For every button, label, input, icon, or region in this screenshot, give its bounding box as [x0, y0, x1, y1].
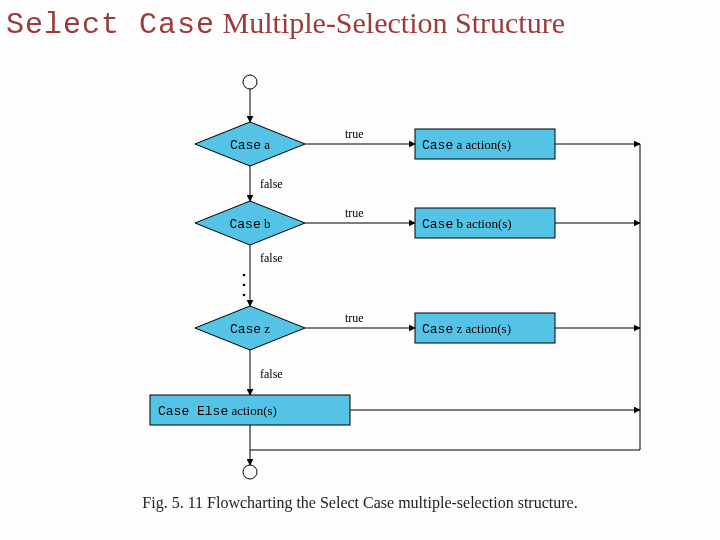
- label-z-false: false: [260, 367, 283, 381]
- ellipsis-dot: [243, 294, 246, 297]
- action-box-z-label: Case z action(s): [422, 321, 511, 337]
- figure-caption: Fig. 5. 11 Flowcharting the Select Case …: [0, 494, 720, 512]
- slide: Select Case Multiple-Selection Structure…: [0, 0, 720, 540]
- diamond-case-z-label: Case z: [230, 321, 270, 337]
- action-box-a-label: Case a action(s): [422, 137, 511, 153]
- diamond-case-b-label: Case b: [230, 216, 271, 232]
- label-a-false: false: [260, 177, 283, 191]
- action-box-else-label: Case Else action(s): [158, 403, 277, 419]
- action-box-b-label: Case b action(s): [422, 216, 512, 232]
- flowchart-svg: Case a true Case a action(s) false Case …: [0, 0, 720, 540]
- diamond-case-a-label: Case a: [230, 137, 270, 153]
- ellipsis-dot: [243, 284, 246, 287]
- label-b-false: false: [260, 251, 283, 265]
- end-node: [243, 465, 257, 479]
- label-b-true: true: [345, 206, 364, 220]
- label-z-true: true: [345, 311, 364, 325]
- ellipsis-dot: [243, 274, 246, 277]
- label-a-true: true: [345, 127, 364, 141]
- start-node: [243, 75, 257, 89]
